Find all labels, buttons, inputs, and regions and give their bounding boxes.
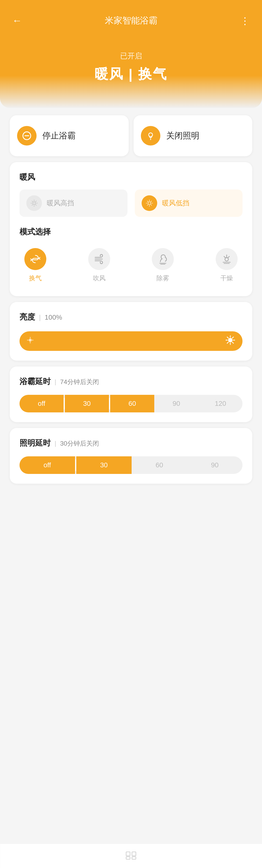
bathroom-delay-off[interactable]: off xyxy=(20,395,64,412)
brightness-low-icon xyxy=(26,336,34,346)
light-delay-sep: | xyxy=(54,440,56,447)
bathroom-delay-120[interactable]: 120 xyxy=(198,395,242,412)
light-delay-60[interactable]: 60 xyxy=(132,456,187,474)
bathroom-delay-sep: | xyxy=(54,378,56,386)
warm-wind-high-icon xyxy=(26,195,42,211)
svg-line-35 xyxy=(232,337,233,338)
warm-wind-low-label: 暖风低挡 xyxy=(162,198,189,208)
bathroom-delay-90[interactable]: 90 xyxy=(154,395,198,412)
warm-wind-high-button[interactable]: 暖风高挡 xyxy=(20,189,127,217)
warm-wind-card: 暖风 xyxy=(10,162,252,296)
bathroom-delay-track-inner: off 30 60 90 xyxy=(20,395,242,412)
light-delay-card: 照明延时 | 30分钟后关闭 off 30 60 xyxy=(10,428,252,484)
mode-dry-button[interactable]: 干燥 xyxy=(211,244,242,286)
mode-blow-button[interactable]: 吹风 xyxy=(83,244,115,286)
svg-rect-39 xyxy=(126,857,130,859)
stop-bathroom-label: 停止浴霸 xyxy=(42,130,76,142)
svg-line-36 xyxy=(227,342,228,343)
svg-line-20 xyxy=(151,201,151,202)
mode-blow-label: 吹风 xyxy=(93,274,106,282)
svg-point-28 xyxy=(228,338,232,342)
ventilate-icon xyxy=(24,248,46,270)
warm-wind-low-icon xyxy=(142,195,157,211)
light-icon xyxy=(141,126,160,146)
warm-wind-options: 暖风高挡 xyxy=(20,189,242,217)
svg-rect-40 xyxy=(132,857,136,859)
mode-defog-label: 除雾 xyxy=(156,274,169,282)
app-container: ← 米家智能浴霸 ⋮ 已开启 暖风 | 换气 停止浴霸 xyxy=(0,0,262,868)
brightness-header: 亮度 | 100% xyxy=(20,312,242,322)
more-button[interactable]: ⋮ xyxy=(238,15,250,26)
stop-icon xyxy=(17,126,37,146)
svg-line-9 xyxy=(32,201,33,202)
blow-icon xyxy=(88,248,110,270)
bottom-spacer xyxy=(10,490,252,504)
device-status-label: 已开启 xyxy=(0,51,262,61)
svg-point-23 xyxy=(29,339,32,342)
svg-line-10 xyxy=(36,205,36,205)
mode-ventilate-label: 换气 xyxy=(29,274,42,282)
light-delay-header: 照明延时 | 30分钟后关闭 xyxy=(20,438,242,448)
svg-line-33 xyxy=(227,337,228,338)
bathroom-delay-30[interactable]: 30 xyxy=(65,395,109,412)
warm-wind-title: 暖风 xyxy=(20,172,242,183)
mode-select-title: 模式选择 xyxy=(20,226,242,237)
mode-defog-button[interactable]: 除雾 xyxy=(147,244,179,286)
svg-line-12 xyxy=(32,205,33,205)
light-delay-slider[interactable]: off 30 60 90 xyxy=(20,456,242,474)
brightness-separator: | xyxy=(39,313,41,321)
bathroom-delay-card: 浴霸延时 | 74分钟后关闭 off 30 xyxy=(10,367,252,422)
svg-point-2 xyxy=(149,133,153,137)
header: ← 米家智能浴霸 ⋮ xyxy=(0,0,262,31)
brightness-value: 100% xyxy=(45,313,62,321)
bathroom-delay-title: 浴霸延时 xyxy=(20,376,51,387)
svg-rect-38 xyxy=(132,852,136,856)
light-delay-30[interactable]: 30 xyxy=(76,456,132,474)
bathroom-delay-header: 浴霸延时 | 74分钟后关闭 xyxy=(20,376,242,387)
dry-icon xyxy=(216,248,238,270)
mode-ventilate-button[interactable]: 换气 xyxy=(20,244,51,286)
mode-options: 换气 吹风 xyxy=(20,244,242,286)
close-light-button[interactable]: 关闭照明 xyxy=(134,115,253,156)
mode-select-section: 模式选择 换气 xyxy=(20,226,242,286)
svg-line-18 xyxy=(147,201,148,202)
stop-bathroom-button[interactable]: 停止浴霸 xyxy=(10,115,129,156)
light-delay-subtitle: 30分钟后关闭 xyxy=(60,439,99,448)
svg-rect-37 xyxy=(126,852,130,856)
close-light-label: 关闭照明 xyxy=(166,130,199,142)
brightness-high-icon xyxy=(225,335,236,348)
back-button[interactable]: ← xyxy=(12,15,24,26)
svg-line-19 xyxy=(151,205,151,205)
warm-wind-low-button[interactable]: 暖风低挡 xyxy=(135,189,243,217)
main-content: 停止浴霸 关闭照明 暖风 xyxy=(0,108,262,524)
warm-wind-high-label: 暖风高挡 xyxy=(47,198,74,208)
brightness-title: 亮度 xyxy=(20,312,35,322)
light-delay-title: 照明延时 xyxy=(20,438,51,448)
brightness-card: 亮度 | 100% xyxy=(10,302,252,361)
page-title: 米家智能浴霸 xyxy=(24,14,238,27)
svg-point-13 xyxy=(148,202,151,205)
mijia-logo xyxy=(125,850,137,862)
bathroom-delay-slider[interactable]: off 30 60 90 xyxy=(20,395,242,412)
mode-dry-label: 干燥 xyxy=(220,274,233,282)
light-delay-track-inner: off 30 60 90 xyxy=(20,456,242,474)
svg-line-34 xyxy=(232,342,233,343)
defog-icon xyxy=(152,248,174,270)
svg-point-4 xyxy=(33,202,35,205)
bathroom-delay-60[interactable]: 60 xyxy=(110,395,154,412)
top-section: ← 米家智能浴霸 ⋮ 已开启 暖风 | 换气 xyxy=(0,0,262,108)
light-delay-off[interactable]: off xyxy=(20,456,75,474)
bottom-nav xyxy=(0,844,262,868)
svg-line-21 xyxy=(147,205,148,205)
bathroom-delay-subtitle: 74分钟后关闭 xyxy=(60,378,99,386)
quick-actions: 停止浴霸 关闭照明 xyxy=(10,115,252,156)
brightness-slider[interactable] xyxy=(20,331,242,351)
svg-line-11 xyxy=(36,201,36,202)
device-status-mode: 暖风 | 换气 xyxy=(0,65,262,84)
light-delay-90[interactable]: 90 xyxy=(187,456,243,474)
device-status: 已开启 暖风 | 换气 xyxy=(0,31,262,93)
